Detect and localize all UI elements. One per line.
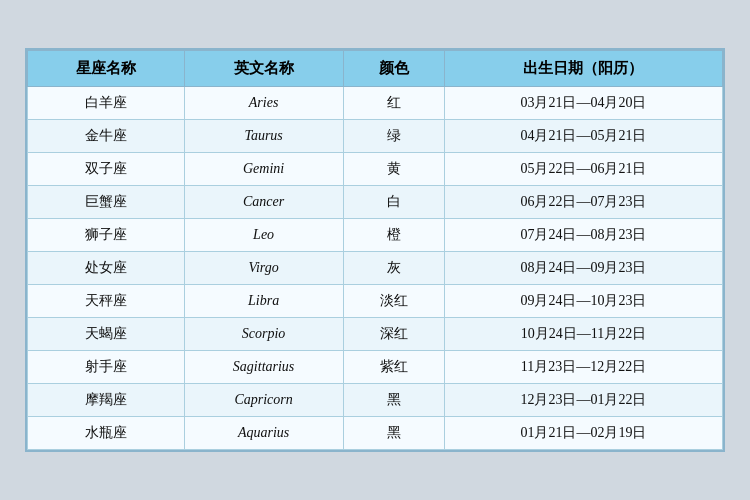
table-row: 双子座Gemini黄05月22日—06月21日: [28, 153, 723, 186]
table-row: 狮子座Leo橙07月24日—08月23日: [28, 219, 723, 252]
cell-row2-col3: 05月22日—06月21日: [444, 153, 722, 186]
cell-row1-col0: 金牛座: [28, 120, 185, 153]
table-row: 射手座Sagittarius紫红11月23日—12月22日: [28, 351, 723, 384]
cell-row8-col0: 射手座: [28, 351, 185, 384]
cell-row1-col2: 绿: [343, 120, 444, 153]
cell-row5-col1: Virgo: [184, 252, 343, 285]
cell-row9-col3: 12月23日—01月22日: [444, 384, 722, 417]
cell-row10-col3: 01月21日—02月19日: [444, 417, 722, 450]
table-row: 巨蟹座Cancer白06月22日—07月23日: [28, 186, 723, 219]
cell-row6-col2: 淡红: [343, 285, 444, 318]
cell-row4-col3: 07月24日—08月23日: [444, 219, 722, 252]
cell-row8-col2: 紫红: [343, 351, 444, 384]
table-header-row: 星座名称英文名称颜色出生日期（阳历）: [28, 51, 723, 87]
cell-row6-col3: 09月24日—10月23日: [444, 285, 722, 318]
cell-row6-col0: 天秤座: [28, 285, 185, 318]
cell-row3-col0: 巨蟹座: [28, 186, 185, 219]
cell-row5-col2: 灰: [343, 252, 444, 285]
cell-row1-col3: 04月21日—05月21日: [444, 120, 722, 153]
cell-row0-col3: 03月21日—04月20日: [444, 87, 722, 120]
zodiac-table: 星座名称英文名称颜色出生日期（阳历） 白羊座Aries红03月21日—04月20…: [27, 50, 723, 450]
table-row: 白羊座Aries红03月21日—04月20日: [28, 87, 723, 120]
table-row: 金牛座Taurus绿04月21日—05月21日: [28, 120, 723, 153]
cell-row10-col2: 黑: [343, 417, 444, 450]
cell-row9-col2: 黑: [343, 384, 444, 417]
header-col-0: 星座名称: [28, 51, 185, 87]
cell-row9-col0: 摩羯座: [28, 384, 185, 417]
cell-row4-col1: Leo: [184, 219, 343, 252]
cell-row7-col3: 10月24日—11月22日: [444, 318, 722, 351]
cell-row7-col1: Scorpio: [184, 318, 343, 351]
table-row: 天秤座Libra淡红09月24日—10月23日: [28, 285, 723, 318]
cell-row6-col1: Libra: [184, 285, 343, 318]
cell-row5-col3: 08月24日—09月23日: [444, 252, 722, 285]
cell-row4-col2: 橙: [343, 219, 444, 252]
zodiac-table-container: 星座名称英文名称颜色出生日期（阳历） 白羊座Aries红03月21日—04月20…: [25, 48, 725, 452]
cell-row3-col3: 06月22日—07月23日: [444, 186, 722, 219]
cell-row4-col0: 狮子座: [28, 219, 185, 252]
cell-row1-col1: Taurus: [184, 120, 343, 153]
cell-row2-col1: Gemini: [184, 153, 343, 186]
table-row: 处女座Virgo灰08月24日—09月23日: [28, 252, 723, 285]
header-col-2: 颜色: [343, 51, 444, 87]
table-row: 天蝎座Scorpio深红10月24日—11月22日: [28, 318, 723, 351]
table-row: 水瓶座Aquarius黑01月21日—02月19日: [28, 417, 723, 450]
cell-row7-col2: 深红: [343, 318, 444, 351]
cell-row10-col1: Aquarius: [184, 417, 343, 450]
table-body: 白羊座Aries红03月21日—04月20日金牛座Taurus绿04月21日—0…: [28, 87, 723, 450]
cell-row0-col2: 红: [343, 87, 444, 120]
cell-row7-col0: 天蝎座: [28, 318, 185, 351]
cell-row0-col0: 白羊座: [28, 87, 185, 120]
cell-row3-col1: Cancer: [184, 186, 343, 219]
cell-row8-col3: 11月23日—12月22日: [444, 351, 722, 384]
cell-row0-col1: Aries: [184, 87, 343, 120]
cell-row3-col2: 白: [343, 186, 444, 219]
cell-row2-col0: 双子座: [28, 153, 185, 186]
table-row: 摩羯座Capricorn黑12月23日—01月22日: [28, 384, 723, 417]
header-col-3: 出生日期（阳历）: [444, 51, 722, 87]
header-col-1: 英文名称: [184, 51, 343, 87]
cell-row9-col1: Capricorn: [184, 384, 343, 417]
cell-row5-col0: 处女座: [28, 252, 185, 285]
cell-row10-col0: 水瓶座: [28, 417, 185, 450]
cell-row2-col2: 黄: [343, 153, 444, 186]
cell-row8-col1: Sagittarius: [184, 351, 343, 384]
